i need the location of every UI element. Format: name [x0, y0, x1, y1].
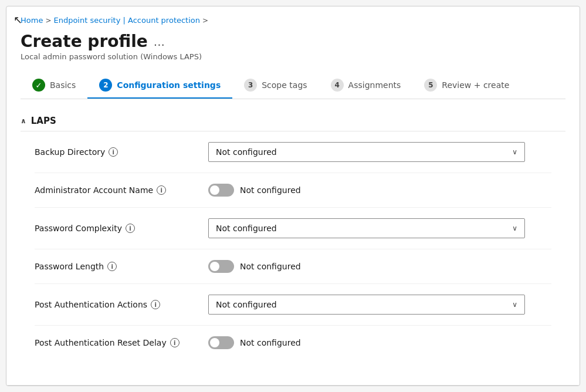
- toggle-thumb-admin-account-name: [210, 185, 219, 195]
- form-row-post-auth-reset-delay: Post Authentication Reset Delay i Not co…: [35, 326, 551, 360]
- breadcrumb-sep2: >: [202, 16, 208, 25]
- toggle-label-admin-account-name: Not configured: [240, 185, 301, 195]
- info-icon-admin-account-name[interactable]: i: [157, 185, 166, 195]
- main-window: ↖ Home > Endpoint security | Account pro…: [6, 6, 580, 386]
- field-label-password-complexity: Password Complexity i: [35, 224, 199, 233]
- tab-scope[interactable]: 3 Scope tags: [232, 73, 319, 99]
- toggle-admin-account-name[interactable]: [208, 184, 234, 197]
- bottom-divider: [6, 385, 580, 386]
- toggle-container-password-length: Not configured: [208, 260, 301, 273]
- form-row-backup-directory: Backup Directory i Not configured ∨: [35, 131, 551, 173]
- dropdown-value-post-auth-actions: Not configured: [216, 300, 277, 309]
- toggle-label-password-length: Not configured: [240, 262, 301, 271]
- breadcrumb-sep1: >: [45, 16, 51, 25]
- breadcrumb-home[interactable]: Home: [21, 16, 43, 25]
- field-label-text-post-auth-reset-delay: Post Authentication Reset Delay: [35, 338, 167, 347]
- field-label-text-password-length: Password Length: [35, 262, 104, 271]
- section-header-laps: ∧ LAPS: [21, 111, 565, 131]
- field-label-text-backup-directory: Backup Directory: [35, 147, 105, 157]
- field-label-post-auth-actions: Post Authentication Actions i: [35, 300, 199, 309]
- form-rows: Backup Directory i Not configured ∨ Admi…: [21, 131, 565, 360]
- field-label-admin-account-name: Administrator Account Name i: [35, 185, 199, 195]
- tab-assignments[interactable]: 4 Assignments: [319, 73, 413, 99]
- tab-review-label: Review + create: [442, 80, 509, 90]
- tab-review-num: 5: [424, 79, 437, 92]
- toggle-post-auth-reset-delay[interactable]: [208, 336, 234, 349]
- field-label-backup-directory: Backup Directory i: [35, 147, 199, 157]
- dropdown-value-backup-directory: Not configured: [216, 147, 277, 157]
- info-icon-post-auth-reset-delay[interactable]: i: [170, 338, 179, 347]
- page-subtitle: Local admin password solution (Windows L…: [21, 52, 565, 61]
- field-label-text-post-auth-actions: Post Authentication Actions: [35, 300, 147, 309]
- tab-scope-label: Scope tags: [262, 80, 307, 90]
- info-icon-password-complexity[interactable]: i: [126, 224, 135, 233]
- form-area: ∧ LAPS Backup Directory i Not configured…: [21, 99, 565, 360]
- field-label-password-length: Password Length i: [35, 262, 199, 271]
- tab-configuration-num: 2: [99, 79, 112, 92]
- page-title: Create profile ...: [21, 32, 565, 51]
- form-row-admin-account-name: Administrator Account Name i Not configu…: [35, 173, 551, 208]
- toggle-thumb-post-auth-reset-delay: [210, 338, 219, 347]
- info-icon-backup-directory[interactable]: i: [109, 147, 118, 157]
- form-row-password-length: Password Length i Not configured: [35, 249, 551, 284]
- dropdown-arrow-password-complexity: ∨: [512, 224, 517, 232]
- dropdown-backup-directory[interactable]: Not configured ∨: [208, 142, 525, 162]
- page-title-ellipsis[interactable]: ...: [154, 35, 165, 49]
- tab-scope-num: 3: [244, 79, 257, 92]
- form-row-password-complexity: Password Complexity i Not configured ∨: [35, 208, 551, 249]
- tab-assignments-label: Assignments: [348, 80, 401, 90]
- tab-review[interactable]: 5 Review + create: [412, 73, 521, 99]
- field-label-text-password-complexity: Password Complexity: [35, 224, 122, 233]
- toggle-thumb-password-length: [210, 262, 219, 271]
- tab-bar: ✓ Basics 2 Configuration settings 3 Scop…: [21, 73, 565, 99]
- section-collapse-icon[interactable]: ∧: [21, 117, 26, 125]
- dropdown-arrow-post-auth-actions: ∨: [512, 300, 517, 309]
- tab-basics-check: ✓: [32, 79, 45, 92]
- tab-basics-label: Basics: [50, 80, 76, 90]
- form-row-post-auth-actions: Post Authentication Actions i Not config…: [35, 284, 551, 326]
- field-label-post-auth-reset-delay: Post Authentication Reset Delay i: [35, 338, 199, 347]
- dropdown-post-auth-actions[interactable]: Not configured ∨: [208, 295, 525, 315]
- toggle-password-length[interactable]: [208, 260, 234, 273]
- breadcrumb-endpoint[interactable]: Endpoint security | Account protection: [53, 16, 200, 25]
- toggle-container-admin-account-name: Not configured: [208, 184, 301, 197]
- tab-configuration-label: Configuration settings: [117, 80, 221, 90]
- page-title-text: Create profile: [21, 32, 148, 51]
- breadcrumb: Home > Endpoint security | Account prote…: [21, 16, 565, 25]
- info-icon-post-auth-actions[interactable]: i: [151, 300, 160, 309]
- dropdown-password-complexity[interactable]: Not configured ∨: [208, 218, 525, 238]
- dropdown-value-password-complexity: Not configured: [216, 224, 277, 233]
- info-icon-password-length[interactable]: i: [107, 262, 117, 271]
- toggle-container-post-auth-reset-delay: Not configured: [208, 336, 301, 349]
- dropdown-arrow-backup-directory: ∨: [512, 148, 517, 156]
- tab-configuration[interactable]: 2 Configuration settings: [87, 73, 232, 99]
- section-header-label: LAPS: [31, 116, 56, 126]
- tab-assignments-num: 4: [331, 79, 344, 92]
- field-label-text-admin-account-name: Administrator Account Name: [35, 185, 153, 195]
- toggle-label-post-auth-reset-delay: Not configured: [240, 338, 301, 347]
- tab-basics[interactable]: ✓ Basics: [21, 73, 87, 99]
